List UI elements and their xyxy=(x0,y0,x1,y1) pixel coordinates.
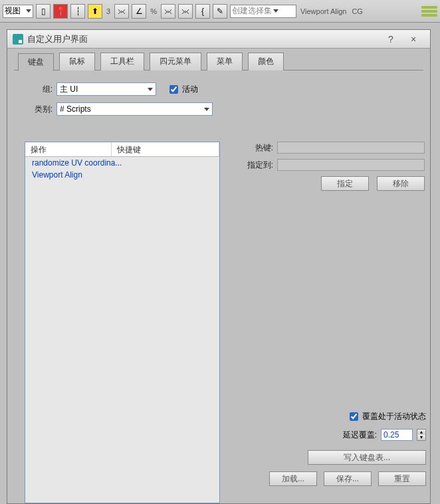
assign-button[interactable]: 指定 xyxy=(321,176,369,191)
tab-keyboard[interactable]: 键盘 xyxy=(18,53,54,71)
tab-quad-label: 四元菜单 xyxy=(160,57,191,66)
tab-keyboard-label: 键盘 xyxy=(28,57,44,66)
view-dropdown[interactable]: 视图 xyxy=(3,5,33,18)
tab-color-label: 颜色 xyxy=(258,57,274,66)
numeric-3-label: 3 xyxy=(105,7,112,15)
tab-menu[interactable]: 菜单 xyxy=(207,53,243,70)
viewport-align-label: Viewport Align xyxy=(299,7,348,15)
tabs: 键盘 鼠标 工具栏 四元菜单 菜单 颜色 xyxy=(18,53,423,70)
tab-quad[interactable]: 四元菜单 xyxy=(150,53,201,70)
hotkey-label: 热键: xyxy=(233,142,273,154)
chevron-down-icon xyxy=(273,9,278,13)
action-list[interactable]: 操作 快捷键 randomize UV coordina... Viewport… xyxy=(25,142,220,503)
help-button[interactable]: ? xyxy=(380,34,402,45)
tab-toolbar[interactable]: 工具栏 xyxy=(100,53,144,70)
category-dropdown[interactable]: # Scripts xyxy=(56,102,213,116)
hotkey-field[interactable] xyxy=(277,142,425,154)
angle-icon[interactable]: ∠ xyxy=(132,4,146,19)
selection-set-placeholder: 创建选择集 xyxy=(232,5,272,17)
right-area: 热键: 指定到: 指定 移除 xyxy=(233,142,425,191)
chevron-down-icon xyxy=(26,9,31,13)
spinner-down-icon[interactable]: ▼ xyxy=(417,435,425,440)
magnet3-icon[interactable]: ⩙ xyxy=(178,4,193,19)
col-action-header[interactable]: 操作 xyxy=(25,142,112,156)
hamburger-icon[interactable] xyxy=(421,3,437,19)
arrow-up-icon[interactable]: ⬆ xyxy=(88,4,102,19)
tab-color[interactable]: 颜色 xyxy=(248,53,284,70)
main-app-toolbar: 视图 ▯ 📍 ┆ ⬆ 3 ⩙ ∠ % ⩙ ⩙ { ✎ 创建选择集 Viewpor… xyxy=(0,0,440,23)
close-button[interactable]: × xyxy=(402,34,425,45)
tab-toolbar-label: 工具栏 xyxy=(110,57,134,66)
pin-icon[interactable]: 📍 xyxy=(53,4,68,19)
group-label: 组: xyxy=(29,84,53,95)
keyboard-panel: 组: 主 UI 活动 类别: # Scripts xyxy=(14,70,423,128)
tab-mouse[interactable]: 鼠标 xyxy=(59,53,95,70)
view-dropdown-label: 视图 xyxy=(5,5,25,17)
percent-label: % xyxy=(149,7,158,15)
selection-set-dropdown[interactable]: 创建选择集 xyxy=(230,5,296,18)
dialog-body: 键盘 鼠标 工具栏 四元菜单 菜单 颜色 组: 主 UI 活动 类别: xyxy=(7,49,430,504)
delay-spinner[interactable]: ▲▼ xyxy=(417,429,426,441)
override-active-checkbox[interactable] xyxy=(350,412,358,421)
col-shortcut-header[interactable]: 快捷键 xyxy=(112,142,219,156)
list-item[interactable]: Viewport Align xyxy=(25,169,219,181)
toolbar-icon-1[interactable]: ▯ xyxy=(36,4,51,19)
pencil-icon[interactable]: ✎ xyxy=(213,4,227,19)
reset-button[interactable]: 重置 xyxy=(378,471,426,486)
list-header: 操作 快捷键 xyxy=(25,142,219,157)
magnet-icon[interactable]: ⩙ xyxy=(114,4,129,19)
write-keyboard-table-button[interactable]: 写入键盘表... xyxy=(308,450,426,465)
active-checkbox-label: 活动 xyxy=(182,84,198,95)
category-value: # Scripts xyxy=(60,104,91,114)
chevron-down-icon xyxy=(204,108,209,111)
app-icon xyxy=(13,34,23,45)
dialog-title: 自定义用户界面 xyxy=(27,33,380,45)
lower-right-area: 覆盖处于活动状态 延迟覆盖: ▲▼ 写入键盘表... 加载... 保存... 重… xyxy=(233,411,426,493)
magnet2-icon[interactable]: ⩙ xyxy=(161,4,175,19)
title-bar: 自定义用户界面 ? × xyxy=(7,30,430,49)
group-dropdown[interactable]: 主 UI xyxy=(56,82,156,96)
cg-label: CG xyxy=(350,7,364,15)
active-checkbox[interactable] xyxy=(169,85,178,94)
list-item[interactable]: randomize UV coordina... xyxy=(25,157,219,169)
customize-ui-dialog: 自定义用户界面 ? × 键盘 鼠标 工具栏 四元菜单 菜单 颜色 组: 主 UI… xyxy=(7,29,431,504)
delay-input[interactable] xyxy=(381,429,413,441)
assigned-to-field xyxy=(277,159,425,171)
save-button[interactable]: 保存... xyxy=(324,471,372,486)
assigned-to-label: 指定到: xyxy=(233,160,273,171)
brace-icon[interactable]: { xyxy=(195,4,210,19)
tab-menu-label: 菜单 xyxy=(217,57,233,66)
tab-mouse-label: 鼠标 xyxy=(69,57,85,66)
load-button[interactable]: 加载... xyxy=(269,471,317,486)
hierarchy-icon[interactable]: ┆ xyxy=(70,4,85,19)
spinner-up-icon[interactable]: ▲ xyxy=(417,430,425,435)
category-label: 类别: xyxy=(29,104,53,115)
override-active-label: 覆盖处于活动状态 xyxy=(362,411,426,422)
delay-label: 延迟覆盖: xyxy=(343,430,377,441)
group-value: 主 UI xyxy=(60,84,78,95)
chevron-down-icon xyxy=(148,88,153,91)
remove-button[interactable]: 移除 xyxy=(377,176,425,191)
